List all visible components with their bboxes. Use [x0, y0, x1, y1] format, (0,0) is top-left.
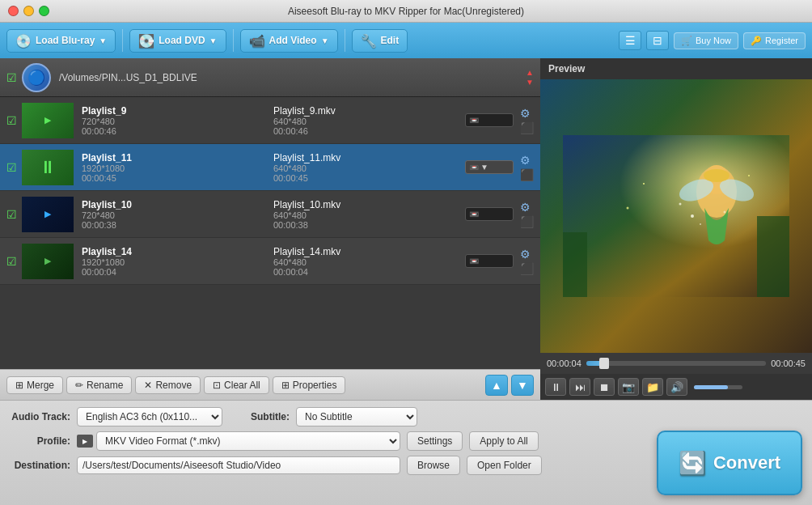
playlist-item[interactable]: ☑ ▶ Playlist_9 720*480 00:00:46 Playlist… — [0, 97, 540, 144]
main-toolbar: 💿 Load Blu-ray ▼ 💽 Load DVD ▼ 📹 Add Vide… — [0, 23, 812, 58]
separator — [233, 29, 234, 52]
item-checkbox[interactable]: ☑ — [6, 255, 17, 268]
item-name: Playlist_14 — [82, 246, 273, 257]
pause-button[interactable]: ⏸ — [545, 378, 566, 396]
output-duration: 00:00:04 — [273, 267, 465, 277]
cart-icon: 🛒 — [681, 36, 692, 46]
playlist-item[interactable]: ☑ ▶ Playlist_10 720*480 00:00:38 Playlis… — [0, 191, 540, 238]
scroll-arrows: ▲ ▼ — [526, 69, 534, 87]
register-button[interactable]: 🔑 Register — [743, 32, 806, 49]
item-checkbox[interactable]: ☑ — [6, 161, 17, 174]
browse-button[interactable]: Browse — [407, 456, 460, 475]
item-format: 📼 — [465, 113, 514, 127]
list-view-button[interactable]: ☰ — [619, 31, 641, 50]
audio-track-label: Audio Track: — [10, 411, 70, 422]
output-name: Playlist_10.mkv — [273, 199, 465, 210]
volume-bar[interactable] — [694, 385, 742, 389]
load-bluray-button[interactable]: 💿 Load Blu-ray ▼ — [6, 29, 116, 53]
action-bar: ⊞ Merge ✏ Rename ✕ Remove ⊡ Clear All ⊞ … — [0, 369, 540, 400]
format-dropdown[interactable]: 📼 ▼ — [465, 160, 514, 174]
remove-button[interactable]: ✕ Remove — [135, 376, 201, 394]
scroll-down-icon[interactable]: ▼ — [526, 79, 534, 87]
profile-label: Profile: — [10, 435, 70, 447]
title-bar: Aiseesoft Blu-ray to MKV Ripper for Mac(… — [0, 0, 812, 23]
destination-input[interactable] — [77, 456, 400, 474]
thumb-icon: ▶ — [44, 115, 51, 125]
item-format[interactable]: 📼 ▼ — [465, 160, 514, 174]
output-name: Playlist_9.mkv — [273, 105, 465, 117]
properties-button[interactable]: ⊞ Properties — [273, 376, 346, 394]
svg-rect-1 — [563, 135, 789, 297]
playlist-item[interactable]: ☑ ▶ Playlist_14 1920*1080 00:00:04 Playl… — [0, 238, 540, 285]
settings-icon[interactable]: ⚙ — [520, 201, 534, 214]
item-output: Playlist_14.mkv 640*480 00:00:04 — [273, 246, 465, 277]
svg-point-14 — [627, 207, 629, 210]
clear-all-button[interactable]: ⊡ Clear All — [204, 376, 269, 394]
load-dvd-button[interactable]: 💽 Load DVD ▼ — [129, 29, 226, 53]
minimize-button[interactable] — [23, 6, 34, 16]
convert-button[interactable]: 🔄 Convert — [657, 431, 802, 495]
subtitle-select[interactable]: No Subtitle — [296, 407, 417, 426]
file-list-area: ☑ 🔵 /Volumes/PIN...US_D1_BDLIVE ▲ ▼ ☑ ▶ … — [0, 58, 540, 400]
main-content: ☑ 🔵 /Volumes/PIN...US_D1_BDLIVE ▲ ▼ ☑ ▶ … — [0, 58, 812, 400]
item-name: Playlist_9 — [82, 105, 273, 117]
grid-view-button[interactable]: ⊟ — [646, 31, 669, 50]
audio-subtitle-row: Audio Track: English AC3 6ch (0x110... S… — [10, 407, 802, 426]
resize-icon[interactable]: ⬛ — [520, 215, 534, 228]
hd-icon: 📼 — [469, 210, 479, 219]
window-title: Aiseesoft Blu-ray to MKV Ripper for Mac(… — [288, 6, 524, 17]
edit-button[interactable]: 🔧 Edit — [352, 29, 408, 53]
item-checkbox[interactable]: ☑ — [6, 208, 17, 221]
playlist-item[interactable]: ☑ ⏸ Playlist_11 1920*1080 00:00:45 Playl… — [0, 144, 540, 191]
timeline-thumb[interactable] — [599, 358, 609, 369]
item-output: Playlist_10.mkv 640*480 00:00:38 — [273, 199, 465, 230]
item-actions: ⚙ ⬛ — [520, 107, 534, 134]
snapshot-button[interactable]: 📷 — [618, 378, 639, 396]
audio-track-select[interactable]: English AC3 6ch (0x110... — [77, 407, 222, 426]
rename-button[interactable]: ✏ Rename — [66, 376, 132, 394]
item-checkbox[interactable]: ☑ — [6, 114, 17, 127]
item-actions: ⚙ ⬛ — [520, 154, 534, 181]
preview-label: Preview — [540, 58, 812, 79]
resize-icon[interactable]: ⬛ — [520, 168, 534, 181]
output-resolution: 640*480 — [273, 163, 465, 173]
close-button[interactable] — [8, 6, 19, 16]
profile-select[interactable]: MKV Video Format (*.mkv) — [96, 431, 400, 451]
settings-button[interactable]: Settings — [407, 431, 463, 451]
merge-button[interactable]: ⊞ Merge — [6, 376, 63, 394]
add-video-button[interactable]: 📹 Add Video ▼ — [240, 29, 338, 53]
apply-to-all-button[interactable]: Apply to All — [469, 431, 538, 451]
maximize-button[interactable] — [39, 6, 49, 16]
time-current: 00:00:04 — [547, 359, 582, 368]
timeline-bar[interactable] — [586, 361, 766, 366]
dvd-icon: 💽 — [138, 33, 154, 49]
resize-icon[interactable]: ⬛ — [520, 262, 534, 275]
move-up-button[interactable]: ▲ — [485, 375, 508, 396]
move-down-button[interactable]: ▼ — [511, 375, 534, 396]
preview-controls: ⏸ ⏭ ⏹ 📷 📁 🔊 — [540, 374, 812, 400]
output-duration: 00:00:45 — [273, 173, 465, 183]
window-controls[interactable] — [8, 6, 49, 16]
dropdown-arrow: ▼ — [480, 163, 488, 172]
buy-now-button[interactable]: 🛒 Buy Now — [674, 32, 738, 49]
svg-point-9 — [700, 223, 701, 225]
item-thumbnail: ⏸ — [22, 150, 74, 185]
settings-icon[interactable]: ⚙ — [520, 248, 534, 261]
move-buttons: ▲ ▼ — [485, 375, 534, 396]
volume-button[interactable]: 🔊 — [666, 378, 687, 396]
fast-forward-button[interactable]: ⏭ — [569, 378, 590, 396]
svg-point-6 — [704, 169, 730, 182]
output-resolution: 640*480 — [273, 117, 465, 126]
folder-button[interactable]: 📁 — [642, 378, 663, 396]
hd-icon: 📼 — [469, 116, 479, 125]
scroll-up-icon[interactable]: ▲ — [526, 69, 534, 77]
resize-icon[interactable]: ⬛ — [520, 121, 534, 134]
open-folder-button[interactable]: Open Folder — [467, 456, 542, 475]
item-actions: ⚙ ⬛ — [520, 248, 534, 275]
item-info: Playlist_10 720*480 00:00:38 — [82, 199, 273, 230]
item-resolution: 720*480 — [82, 210, 273, 220]
stop-button[interactable]: ⏹ — [594, 378, 615, 396]
settings-icon[interactable]: ⚙ — [520, 107, 534, 120]
edit-icon: 🔧 — [361, 33, 377, 49]
settings-icon[interactable]: ⚙ — [520, 154, 534, 167]
